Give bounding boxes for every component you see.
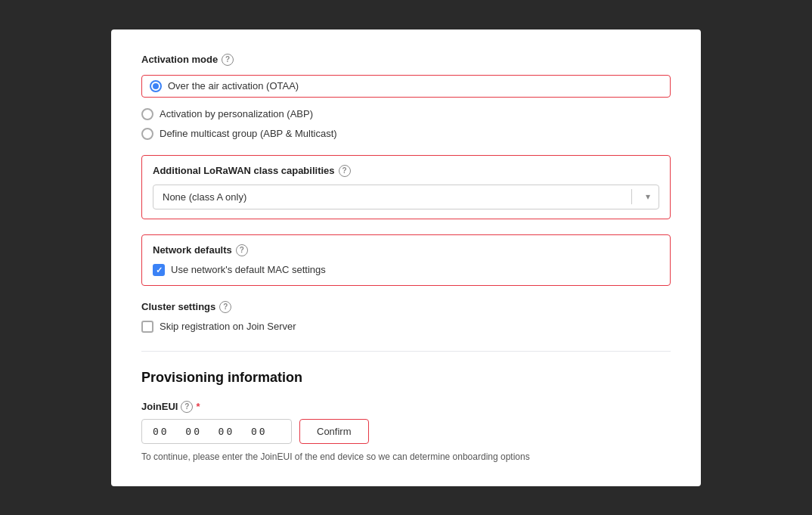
network-defaults-checkbox-item[interactable]: Use network's default MAC settings (153, 264, 659, 276)
abp-radio-input[interactable] (141, 108, 153, 120)
network-defaults-checkbox[interactable] (153, 264, 165, 276)
lorawan-label: Additional LoRaWAN class capabilities ? (153, 165, 659, 177)
provisioning-title: Provisioning information (141, 370, 671, 386)
activation-mode-label: Activation mode ? (141, 54, 671, 66)
network-defaults-label: Network defaults ? (153, 244, 659, 256)
lorawan-help-icon[interactable]: ? (339, 165, 351, 177)
activation-help-icon[interactable]: ? (222, 54, 234, 66)
app-background: Activation mode ? Over the air activatio… (0, 0, 812, 515)
lorawan-select-wrapper: None (class A only) Class B Class C Clas… (153, 185, 659, 209)
activation-mode-section: Activation mode ? Over the air activatio… (141, 54, 671, 140)
cluster-settings-section: Cluster settings ? Skip registration on … (141, 301, 671, 333)
join-eui-help-icon[interactable]: ? (181, 401, 193, 413)
required-star: * (196, 401, 200, 412)
otaa-radio-item[interactable]: Over the air activation (OTAA) (150, 80, 299, 92)
cluster-checkbox-label: Skip registration on Join Server (160, 321, 296, 332)
otaa-radio-input[interactable] (150, 80, 162, 92)
cluster-settings-label: Cluster settings ? (141, 301, 671, 313)
multicast-radio-input[interactable] (141, 128, 153, 140)
network-defaults-checkbox-label: Use network's default MAC settings (171, 264, 326, 275)
cluster-help-icon[interactable]: ? (219, 301, 231, 313)
activation-radio-group: Over the air activation (OTAA) Activatio… (141, 75, 671, 140)
network-defaults-section: Network defaults ? Use network's default… (141, 234, 671, 286)
lorawan-section: Additional LoRaWAN class capabilities ? … (141, 155, 671, 219)
join-eui-row: Confirm (141, 419, 671, 444)
otaa-label: Over the air activation (OTAA) (168, 80, 299, 92)
join-eui-hint: To continue, please enter the JoinEUI of… (141, 451, 671, 462)
abp-label: Activation by personalization (ABP) (160, 108, 313, 119)
network-defaults-help-icon[interactable]: ? (236, 244, 248, 256)
confirm-button[interactable]: Confirm (299, 419, 369, 444)
join-eui-input[interactable] (141, 419, 292, 444)
lorawan-class-select[interactable]: None (class A only) Class B Class C Clas… (153, 185, 659, 209)
provisioning-section: Provisioning information JoinEUI ? * Con… (141, 370, 671, 462)
cluster-checkbox[interactable] (141, 321, 153, 333)
join-eui-field-label: JoinEUI ? * (141, 401, 671, 413)
cluster-checkbox-item[interactable]: Skip registration on Join Server (141, 321, 671, 333)
multicast-label: Define multicast group (ABP & Multicast) (160, 128, 337, 139)
multicast-radio-item[interactable]: Define multicast group (ABP & Multicast) (141, 128, 671, 140)
main-card: Activation mode ? Over the air activatio… (111, 29, 701, 486)
section-divider (141, 351, 671, 352)
abp-radio-item[interactable]: Activation by personalization (ABP) (141, 108, 671, 120)
otaa-option-box[interactable]: Over the air activation (OTAA) (141, 75, 671, 98)
